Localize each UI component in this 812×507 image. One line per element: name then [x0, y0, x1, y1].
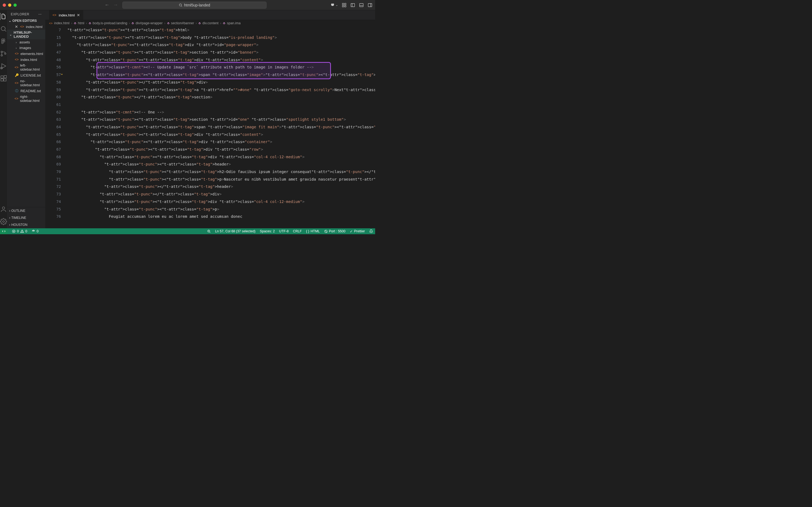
status-spaces[interactable]: Spaces: 2 — [260, 229, 275, 233]
svg-line-13 — [5, 30, 6, 32]
svg-rect-2 — [342, 3, 344, 5]
sidebar: EXPLORER ⋯ ⌄ OPEN EDITORS ✕ <> index.htm… — [7, 10, 45, 228]
html-file-icon: <> — [14, 97, 18, 101]
command-center[interactable]: html5up-landed — [122, 2, 267, 9]
timeline-label: TIMELINE — [11, 216, 26, 220]
ai-sparkle-icon[interactable]: ✦ — [61, 71, 63, 77]
file-readme[interactable]: ⓘREADME.txt — [7, 88, 45, 94]
svg-point-18 — [2, 42, 3, 44]
svg-rect-27 — [4, 75, 6, 78]
open-editors-section[interactable]: ⌄ OPEN EDITORS — [7, 18, 45, 24]
status-cursor[interactable]: Ln 57, Col 68 (37 selected) — [215, 229, 255, 233]
project-root-label: HTML5UP-LANDED — [14, 31, 43, 39]
account-icon[interactable] — [0, 206, 7, 213]
panel-right-icon[interactable] — [367, 3, 372, 8]
sidebar-more-icon[interactable]: ⋯ — [38, 12, 42, 16]
status-prettier[interactable]: ✓Prettier — [350, 229, 365, 233]
file-label: elements.html — [20, 52, 43, 56]
nav-forward[interactable]: → — [113, 2, 118, 8]
file-rightsidebar[interactable]: <>right-sidebar.html — [7, 94, 45, 104]
folder-label: images — [19, 46, 31, 50]
svg-point-39 — [33, 231, 34, 231]
element-icon: ⬘ — [89, 21, 91, 25]
svg-rect-25 — [1, 79, 3, 81]
breadcrumb-item[interactable]: section#banner — [171, 21, 194, 25]
close-window[interactable] — [3, 3, 6, 7]
panel-bottom-icon[interactable] — [359, 3, 364, 8]
file-label: index.html — [20, 58, 37, 62]
svg-point-16 — [2, 41, 3, 42]
breadcrumb-item[interactable]: html — [78, 21, 84, 25]
element-icon: ⬘ — [131, 21, 134, 25]
file-nosidebar[interactable]: <>no-sidebar.html — [7, 78, 45, 88]
project-root-section[interactable]: ⌄ HTML5UP-LANDED — [7, 30, 45, 39]
breadcrumb[interactable]: <>index.html› ⬘html› ⬘body.is-preload.la… — [45, 20, 375, 26]
settings-gear-icon[interactable] — [0, 218, 7, 225]
open-editors-label: OPEN EDITORS — [12, 19, 37, 23]
breadcrumb-item[interactable]: body.is-preload.landing — [93, 21, 127, 25]
breadcrumb-item[interactable]: div.content — [202, 21, 219, 25]
nav-arrows: ← → — [105, 2, 118, 8]
figma-icon[interactable] — [0, 38, 7, 45]
code-editor[interactable]: 7151647485657585960616263646566676869707… — [45, 26, 375, 228]
breadcrumb-item[interactable]: div#page-wrapper — [135, 21, 163, 25]
explorer-icon[interactable] — [0, 13, 7, 20]
nav-back[interactable]: ← — [105, 2, 109, 8]
copilot-icon[interactable]: ⌄ — [330, 3, 338, 8]
tab-label: index.html — [59, 13, 75, 17]
layout-customize-icon[interactable] — [342, 3, 347, 8]
file-leftsidebar[interactable]: <>left-sidebar.html — [7, 62, 45, 72]
html-file-icon: <> — [20, 24, 24, 29]
extensions-icon[interactable] — [0, 75, 7, 82]
element-icon: ⬘ — [167, 21, 170, 25]
outline-label: OUTLINE — [11, 209, 25, 213]
breadcrumb-item[interactable]: index.html — [54, 21, 69, 25]
close-icon[interactable]: ✕ — [14, 24, 18, 29]
remote-indicator[interactable] — [0, 228, 8, 234]
close-tab-icon[interactable]: ✕ — [77, 13, 80, 17]
file-license[interactable]: 🔑LICENSE.txt — [7, 72, 45, 78]
status-zoom-icon[interactable] — [207, 229, 211, 233]
timeline-section[interactable]: ›TIMELINE — [7, 214, 45, 221]
svg-rect-4 — [342, 5, 344, 7]
outline-section[interactable]: ›OUTLINE — [7, 207, 45, 214]
svg-point-28 — [2, 207, 5, 209]
open-editor-item[interactable]: ✕ <> index.html — [7, 24, 45, 30]
status-problems[interactable]: 0 0 — [12, 229, 27, 233]
svg-point-17 — [3, 41, 5, 42]
minimize-window[interactable] — [8, 3, 11, 7]
status-eol[interactable]: CRLF — [293, 229, 302, 233]
status-encoding[interactable]: UTF-8 — [279, 229, 289, 233]
folder-label: assets — [19, 40, 30, 44]
file-elements[interactable]: <>elements.html — [7, 51, 45, 57]
svg-rect-6 — [351, 3, 355, 7]
element-icon: ⬘ — [198, 21, 201, 25]
search-activity-icon[interactable] — [0, 25, 7, 32]
line-gutter: 7151647485657585960616263646566676869707… — [45, 26, 67, 228]
file-label: LICENSE.txt — [20, 73, 41, 77]
chevron-down-icon: ⌄ — [9, 33, 12, 37]
source-control-icon[interactable] — [0, 50, 7, 57]
error-count: 0 — [17, 229, 19, 233]
breadcrumb-item[interactable]: span.ima — [227, 21, 241, 25]
folder-assets[interactable]: ›assets — [7, 39, 45, 45]
panel-left-icon[interactable] — [350, 3, 355, 8]
file-index[interactable]: <>index.html — [7, 57, 45, 62]
svg-rect-24 — [1, 76, 3, 78]
element-icon: ⬘ — [223, 21, 225, 25]
tab-bar: <> index.html ✕ ⋯ — [45, 10, 375, 20]
window-controls — [3, 3, 17, 7]
folder-images[interactable]: ›images — [7, 45, 45, 51]
run-debug-icon[interactable] — [0, 62, 7, 69]
status-ports[interactable]: 0 — [32, 229, 39, 233]
code-content[interactable]: "t-attr">class="t-punc"><"t-attr">class=… — [67, 26, 375, 228]
houston-section[interactable]: ›HOUSTON — [7, 221, 45, 228]
status-liveserver[interactable]: Port : 5500 — [324, 229, 346, 233]
tab-index-html[interactable]: <> index.html ✕ — [49, 10, 83, 20]
svg-rect-3 — [345, 3, 346, 5]
status-bell-icon[interactable] — [369, 229, 373, 233]
status-language[interactable]: { }HTML — [306, 229, 320, 233]
info-file-icon: ⓘ — [14, 89, 19, 93]
maximize-window[interactable] — [13, 3, 17, 7]
svg-point-20 — [1, 55, 2, 56]
